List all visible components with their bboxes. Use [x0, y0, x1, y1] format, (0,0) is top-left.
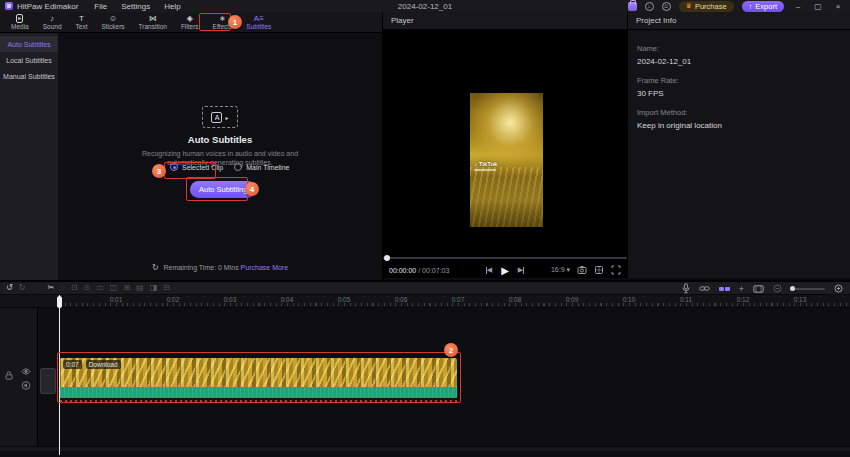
marker-icon[interactable]: ◨ — [150, 282, 158, 294]
mirror-icon[interactable]: ◫ — [110, 282, 118, 294]
project-info-panel: Project Info Name: 2024-02-12_01 Frame R… — [628, 12, 850, 278]
ruler-label: 0:07 — [452, 296, 465, 303]
auto-subtitles-title: Auto Subtitles — [58, 134, 382, 145]
snap-magnet-icon[interactable] — [719, 287, 730, 291]
add-marker-icon[interactable]: + — [739, 283, 744, 295]
rotate-icon[interactable]: ⊞ — [123, 282, 130, 294]
playhead-flag[interactable] — [57, 296, 62, 308]
app-logo-icon — [5, 2, 13, 10]
field-framerate-label: Frame Rate: — [637, 76, 850, 85]
mask-icon[interactable]: ▤ — [136, 282, 144, 294]
remaining-time-bar: ↻ Remaining Time: 0 Mins Purchase More — [58, 263, 382, 272]
delete-icon[interactable]: ◌ — [60, 282, 65, 294]
project-info-header: Project Info — [628, 12, 850, 30]
ruler-label: 0:08 — [509, 296, 522, 303]
auto-subtitles-icon: A ▸ — [202, 106, 238, 128]
effects-icon: ∗ — [219, 14, 226, 23]
radio-main-timeline[interactable]: Main Timeline — [234, 163, 289, 171]
text-icon: T — [79, 14, 84, 23]
tab-media[interactable]: ▸ Media — [4, 14, 36, 31]
ruler-label: 0:02 — [167, 296, 180, 303]
refresh-icon[interactable]: ↻ — [152, 263, 159, 272]
maximize-button[interactable]: ▢ — [812, 2, 824, 11]
close-button[interactable]: × — [832, 2, 844, 11]
menu-help[interactable]: Help — [164, 2, 180, 11]
ruler-label: 0:04 — [281, 296, 294, 303]
track-visibility-eye-icon[interactable] — [21, 368, 31, 375]
timeline-zoom-slider[interactable] — [791, 288, 825, 290]
sidebar-item-auto-subtitles[interactable]: Auto Subtitles — [0, 36, 58, 52]
track-lock-icon[interactable] — [5, 371, 13, 380]
purchase-button[interactable]: ♛ Purchase — [679, 1, 734, 12]
gift-bag-icon[interactable] — [628, 2, 637, 11]
redo-icon[interactable]: ↻ — [19, 282, 26, 294]
next-frame-button[interactable]: ▶ — [518, 266, 524, 274]
crop-icon[interactable]: ⊡ — [71, 282, 78, 294]
tab-sound[interactable]: ♪ Sound — [36, 14, 69, 31]
auto-subtitling-button[interactable]: Auto Subtitling — [190, 181, 256, 198]
field-import-value: Keep in original location — [637, 121, 850, 130]
seek-bar[interactable] — [383, 257, 627, 259]
tab-stickers[interactable]: ☺ Stickers — [94, 14, 131, 31]
timeline-ruler[interactable]: 0:010:020:030:040:050:060:070:080:090:10… — [0, 295, 850, 308]
sidebar-item-local-subtitles[interactable]: Local Subtitles — [0, 52, 58, 68]
sidebar-item-manual-subtitles[interactable]: Manual Subtitles — [0, 68, 58, 84]
clip-download-badge[interactable]: Download — [86, 360, 121, 369]
tab-subtitles[interactable]: A≡ Subtitles — [239, 14, 278, 31]
export-button[interactable]: ↑ Export — [742, 1, 784, 12]
player-stage: ♪ TikTok — [383, 30, 627, 257]
ruler-label: 0:05 — [338, 296, 351, 303]
player-header: Player — [383, 12, 627, 30]
snapshot-icon[interactable]: ⊟ — [163, 282, 170, 294]
microphone-icon[interactable] — [682, 283, 690, 294]
ruler-label: 0:03 — [224, 296, 237, 303]
speed-icon[interactable]: ⊙ — [84, 282, 91, 294]
video-clip[interactable]: 0:07 Download — [60, 358, 457, 404]
update-icon[interactable]: ↓ — [645, 2, 654, 11]
ruler-label: 0:10 — [623, 296, 636, 303]
tab-filters[interactable]: ◈ Filters — [174, 14, 206, 31]
radio-selected-clip[interactable]: Selected Clip — [170, 163, 223, 171]
menu-file[interactable]: File — [94, 2, 107, 11]
transition-icon: ⋈ — [149, 14, 157, 23]
split-icon[interactable]: ✂ — [47, 282, 54, 294]
clip-drag-handle[interactable] — [40, 368, 56, 394]
tab-text[interactable]: T Text — [69, 14, 95, 31]
zoom-out-icon[interactable] — [773, 284, 782, 293]
zoom-slider-handle[interactable] — [790, 286, 795, 291]
track-mute-speaker-icon[interactable] — [21, 381, 31, 390]
subtitles-icon: A≡ — [254, 14, 264, 23]
purchase-more-link[interactable]: Purchase More — [241, 264, 288, 271]
clip-audio-waveform — [60, 387, 457, 398]
radio-dot-selected-icon — [170, 163, 178, 171]
horizontal-scrollbar[interactable] — [0, 446, 850, 451]
tab-transition[interactable]: ⋈ Transition — [132, 14, 174, 31]
playhead[interactable] — [59, 295, 60, 455]
account-icon[interactable]: ☺ — [662, 2, 671, 11]
media-icon: ▸ — [16, 14, 23, 23]
link-icon[interactable] — [699, 285, 710, 292]
subtitle-scope-radios: Selected Clip Main Timeline — [170, 163, 289, 171]
play-button[interactable]: ▶ — [501, 265, 509, 276]
timeline-toolbar: ↺↻✂◌⊡⊙▭◫⊞▤◨⊟ + — [0, 282, 850, 295]
tab-effects[interactable]: ∗ Effects — [206, 14, 240, 31]
video-preview[interactable]: ♪ TikTok — [470, 93, 543, 227]
seek-handle[interactable] — [384, 255, 390, 261]
menu-settings[interactable]: Settings — [121, 2, 150, 11]
freeze-icon[interactable]: ▭ — [96, 282, 104, 294]
ribbon-tabs: ▸ Media ♪ Sound T Text ☺ Stickers ⋈ Tr — [0, 12, 382, 33]
sound-icon: ♪ — [50, 14, 54, 23]
subtitles-sidebar: Auto Subtitles Local Subtitles Manual Su… — [0, 33, 58, 280]
zoom-in-icon[interactable] — [834, 284, 843, 293]
previous-frame-button[interactable]: ◀ — [486, 266, 492, 274]
player-panel: Player ♪ TikTok 00:00:00 / 00:07:03 — [383, 12, 628, 278]
ruler-label: 0:11 — [680, 296, 692, 303]
track-frame-icon[interactable] — [753, 285, 764, 293]
minimize-button[interactable]: – — [792, 2, 804, 11]
undo-icon[interactable]: ↺ — [6, 282, 13, 294]
ruler-label: 0:13 — [794, 296, 807, 303]
ruler-label: 0:12 — [737, 296, 750, 303]
export-arrow-icon: ↑ — [749, 2, 753, 11]
auto-subtitles-content: A ▸ Auto Subtitles Recognizing human voi… — [58, 33, 382, 280]
music-note-icon: ♪ — [474, 161, 477, 167]
